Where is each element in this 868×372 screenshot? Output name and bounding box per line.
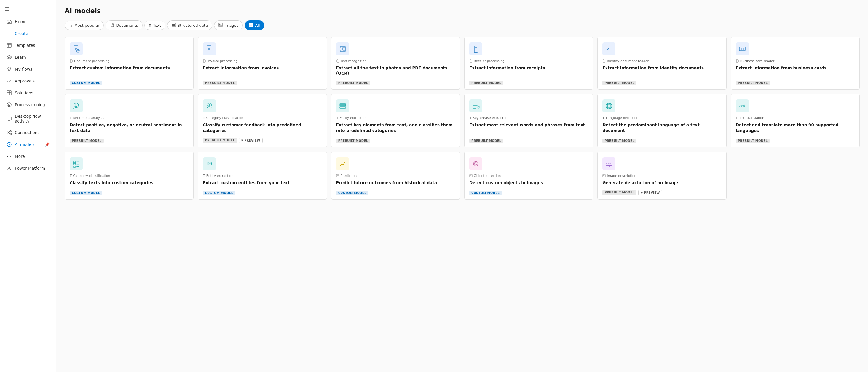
card-title: Extract information from identity docume… bbox=[602, 65, 721, 70]
page-title: AI models bbox=[65, 7, 860, 15]
sidebar-item-approvals[interactable]: Approvals bbox=[2, 75, 54, 87]
card-title: Extract most relevant words and phrases … bbox=[469, 122, 588, 127]
card-icon: 99 bbox=[203, 157, 216, 170]
card-footer: CUSTOM MODEL bbox=[70, 189, 189, 195]
card-title: Detect custom objects in images bbox=[469, 180, 588, 185]
svg-rect-29 bbox=[341, 50, 342, 51]
sidebar-item-power-platform[interactable]: Power Platform bbox=[2, 163, 54, 174]
hamburger-button[interactable]: ☰ bbox=[0, 2, 56, 16]
card-invoice-processing[interactable]: Invoice processing Extract information f… bbox=[198, 37, 327, 90]
filter-most-popular[interactable]: ☆ Most popular bbox=[65, 21, 104, 30]
svg-rect-14 bbox=[172, 23, 176, 24]
pin-icon[interactable]: 📌 bbox=[45, 142, 50, 147]
prebuilt-model-badge: PREBUILT MODEL bbox=[70, 139, 104, 143]
sidebar-item-solutions[interactable]: Solutions bbox=[2, 87, 54, 98]
prebuilt-model-badge: PREBUILT MODEL bbox=[736, 139, 770, 143]
filter-structured-data[interactable]: Structured data bbox=[167, 21, 212, 30]
svg-rect-51 bbox=[337, 174, 339, 175]
images-filter-icon bbox=[218, 23, 223, 28]
svg-rect-16 bbox=[172, 26, 176, 27]
svg-rect-33 bbox=[739, 47, 745, 51]
card-text-translation[interactable]: A文 T Text translation Detect and transla… bbox=[731, 94, 860, 147]
sidebar-item-home[interactable]: Home bbox=[2, 16, 54, 27]
process-mining-icon bbox=[6, 102, 12, 107]
card-icon bbox=[336, 42, 349, 55]
sidebar-item-process-mining[interactable]: Process mining bbox=[2, 99, 54, 110]
my-flows-icon bbox=[6, 66, 12, 72]
card-category-classification[interactable]: T Category classification Classify custo… bbox=[198, 94, 327, 147]
card-category: Prediction bbox=[336, 174, 455, 178]
card-category: T Key phrase extraction bbox=[469, 116, 588, 120]
svg-point-18 bbox=[219, 24, 220, 25]
card-footer: PREBUILT MODEL PREVIEW bbox=[203, 136, 322, 143]
card-category: Receipt processing bbox=[469, 59, 588, 63]
sidebar: ☰ Home + Create Templates Learn My flows… bbox=[0, 0, 56, 372]
svg-rect-22 bbox=[251, 25, 253, 27]
card-receipt-processing[interactable]: Receipt processing Extract information f… bbox=[464, 37, 593, 90]
card-footer: PREBUILT MODEL bbox=[336, 136, 455, 143]
sidebar-item-more[interactable]: ··· More bbox=[2, 151, 54, 162]
card-footer: PREBUILT MODEL bbox=[602, 136, 721, 143]
card-icon bbox=[469, 99, 482, 112]
card-icon bbox=[70, 99, 83, 112]
svg-point-57 bbox=[470, 175, 470, 175]
filter-text[interactable]: T Text bbox=[144, 21, 165, 30]
card-icon bbox=[602, 157, 615, 170]
desktop-flow-icon bbox=[6, 116, 12, 121]
card-category: Document processing bbox=[70, 59, 189, 63]
filter-all[interactable]: All bbox=[245, 21, 264, 30]
card-title: Extract information from business cards bbox=[736, 65, 855, 70]
cards-grid: Document processing Extract custom infor… bbox=[65, 37, 860, 200]
sidebar-item-learn[interactable]: Learn bbox=[2, 52, 54, 63]
card-language-detection[interactable]: T Language detection Detect the predomin… bbox=[597, 94, 726, 147]
svg-rect-6 bbox=[9, 93, 11, 95]
solutions-icon bbox=[6, 90, 12, 95]
sidebar-item-create[interactable]: + Create bbox=[2, 28, 54, 39]
approvals-icon bbox=[6, 78, 12, 84]
card-title: Extract custom information from document… bbox=[70, 65, 189, 70]
svg-text:A: A bbox=[739, 104, 742, 107]
card-category: T Sentiment analysis bbox=[70, 116, 189, 120]
card-doc-processing[interactable]: Document processing Extract custom infor… bbox=[65, 37, 193, 90]
card-title: Extract all the text in photos and PDF d… bbox=[336, 65, 455, 76]
card-text-recognition[interactable]: Text recognition Extract all the text in… bbox=[331, 37, 460, 90]
card-title: Extract information from receipts bbox=[469, 65, 588, 70]
svg-rect-15 bbox=[172, 25, 176, 26]
svg-rect-39 bbox=[340, 104, 346, 105]
svg-rect-52 bbox=[337, 176, 339, 176]
card-object-detection[interactable]: Object detection Detect custom objects i… bbox=[464, 151, 593, 200]
card-sentiment[interactable]: T Sentiment analysis Detect positive, ne… bbox=[65, 94, 193, 147]
svg-rect-17 bbox=[219, 23, 222, 27]
sidebar-item-connections[interactable]: Connections bbox=[2, 127, 54, 138]
card-identity-doc[interactable]: Identity document reader Extract informa… bbox=[597, 37, 726, 90]
svg-point-36 bbox=[77, 105, 78, 105]
filter-images[interactable]: Images bbox=[214, 21, 243, 30]
card-cat-classification-custom[interactable]: T Category classification Classify texts… bbox=[65, 151, 193, 200]
card-title: Detect positive, negative, or neutral se… bbox=[70, 122, 189, 133]
card-entity-extraction[interactable]: T Entity extraction Extract key elements… bbox=[331, 94, 460, 147]
sidebar-item-ai-models[interactable]: AI models 📌 bbox=[2, 139, 54, 150]
card-business-card[interactable]: Business card reader Extract information… bbox=[731, 37, 860, 90]
sidebar-item-templates[interactable]: Templates bbox=[2, 40, 54, 51]
svg-point-32 bbox=[607, 48, 609, 50]
card-image-description[interactable]: Image description Generate description o… bbox=[597, 151, 726, 200]
svg-rect-41 bbox=[340, 107, 346, 108]
card-entity-extraction-custom[interactable]: 99 T Entity extraction Extract custom en… bbox=[198, 151, 327, 200]
card-key-phrase[interactable]: T Key phrase extraction Extract most rel… bbox=[464, 94, 593, 147]
sidebar-item-my-flows[interactable]: My flows bbox=[2, 63, 54, 75]
sidebar-item-desktop-flow[interactable]: Desktop flow activity bbox=[2, 111, 54, 126]
card-icon bbox=[469, 42, 482, 55]
svg-point-37 bbox=[207, 104, 209, 106]
filter-documents[interactable]: Documents bbox=[105, 21, 142, 30]
svg-rect-27 bbox=[341, 47, 342, 48]
card-category: Image description bbox=[602, 174, 721, 178]
card-prediction[interactable]: Prediction Predict future outcomes from … bbox=[331, 151, 460, 200]
card-icon bbox=[736, 42, 749, 55]
card-icon bbox=[469, 157, 482, 170]
create-icon: + bbox=[6, 31, 12, 36]
preview-badge: PREVIEW bbox=[239, 138, 262, 143]
text-filter-icon: T bbox=[149, 23, 152, 28]
card-footer: CUSTOM MODEL bbox=[203, 189, 322, 195]
svg-point-11 bbox=[10, 131, 11, 132]
card-category: T Text translation bbox=[736, 116, 855, 120]
